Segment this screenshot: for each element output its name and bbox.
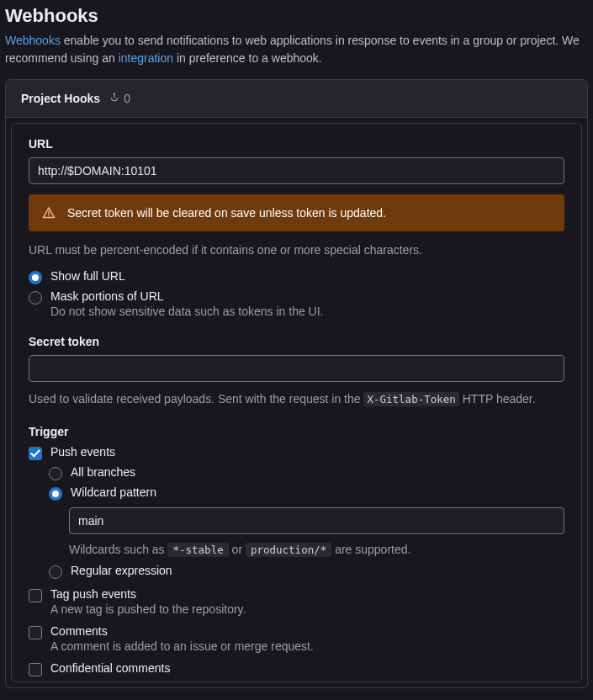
wc-pre: Wildcards such as bbox=[69, 543, 167, 556]
alert-text: Secret token will be cleared on save unl… bbox=[67, 206, 386, 220]
regex-radio[interactable] bbox=[49, 565, 62, 579]
wc-mid: or bbox=[232, 543, 246, 556]
mask-url-radio[interactable] bbox=[29, 291, 42, 305]
panel-title: Project Hooks bbox=[21, 92, 100, 105]
comments-desc: A comment is added to an issue or merge … bbox=[50, 639, 314, 653]
wc-code1: *-stable bbox=[167, 543, 228, 557]
page-title: Webhooks bbox=[5, 5, 588, 27]
project-hooks-panel: Project Hooks 0 URL Secret token will be… bbox=[5, 79, 588, 688]
secret-token-alert: Secret token will be cleared on save unl… bbox=[29, 194, 564, 231]
conf-comments-label: Confidential comments bbox=[50, 661, 170, 675]
all-branches-label: All branches bbox=[71, 465, 135, 479]
url-label: URL bbox=[29, 137, 564, 151]
regex-label: Regular expression bbox=[71, 564, 172, 577]
secret-helper-post: HTTP header. bbox=[463, 392, 536, 406]
svg-point-1 bbox=[48, 215, 50, 217]
tag-push-desc: A new tag is pushed to the repository. bbox=[50, 602, 246, 616]
push-events-checkbox[interactable] bbox=[29, 447, 42, 460]
url-helper: URL must be percent-encoded if it contai… bbox=[29, 241, 564, 259]
page-description: Webhooks enable you to send notification… bbox=[5, 32, 588, 67]
x-gitlab-token-code: X-Gitlab-Token bbox=[363, 392, 458, 406]
mask-url-desc: Do not show sensitive data such as token… bbox=[50, 305, 324, 318]
tag-push-checkbox[interactable] bbox=[29, 589, 42, 602]
all-branches-radio[interactable] bbox=[49, 467, 62, 480]
wildcard-pattern-input[interactable] bbox=[69, 507, 564, 534]
svg-point-0 bbox=[114, 93, 115, 95]
trigger-label: Trigger bbox=[29, 425, 564, 438]
desc-text-2: in preference to a webhook. bbox=[173, 51, 322, 65]
comments-label: Comments bbox=[50, 624, 314, 638]
integration-link[interactable]: integration bbox=[119, 51, 173, 65]
show-full-url-radio[interactable] bbox=[29, 271, 42, 284]
webhooks-link[interactable]: Webhooks bbox=[5, 34, 61, 47]
wildcard-pattern-radio[interactable] bbox=[49, 487, 62, 501]
push-events-label: Push events bbox=[50, 445, 115, 459]
wildcard-helper: Wildcards such as *-stable or production… bbox=[69, 541, 564, 559]
panel-header: Project Hooks 0 bbox=[6, 80, 587, 118]
wildcard-pattern-label: Wildcard pattern bbox=[71, 485, 156, 499]
tag-push-label: Tag push events bbox=[50, 587, 246, 601]
mask-url-label: Mask portions of URL bbox=[50, 289, 324, 303]
secret-helper-pre: Used to validate received payloads. Sent… bbox=[29, 392, 363, 406]
conf-comments-checkbox[interactable] bbox=[29, 663, 42, 676]
webhook-form: URL Secret token will be cleared on save… bbox=[11, 123, 582, 682]
wc-post: are supported. bbox=[335, 543, 410, 556]
comments-checkbox[interactable] bbox=[29, 626, 42, 639]
hook-icon bbox=[109, 93, 120, 104]
warning-icon bbox=[42, 206, 56, 220]
url-input[interactable] bbox=[29, 157, 564, 184]
wc-code2: production/* bbox=[246, 543, 331, 557]
secret-token-input[interactable] bbox=[29, 355, 564, 382]
show-full-url-label: Show full URL bbox=[50, 269, 125, 283]
secret-token-helper: Used to validate received payloads. Sent… bbox=[29, 390, 564, 408]
hooks-count-wrap: 0 bbox=[109, 92, 130, 105]
hooks-count: 0 bbox=[124, 92, 130, 105]
secret-token-label: Secret token bbox=[29, 335, 564, 348]
